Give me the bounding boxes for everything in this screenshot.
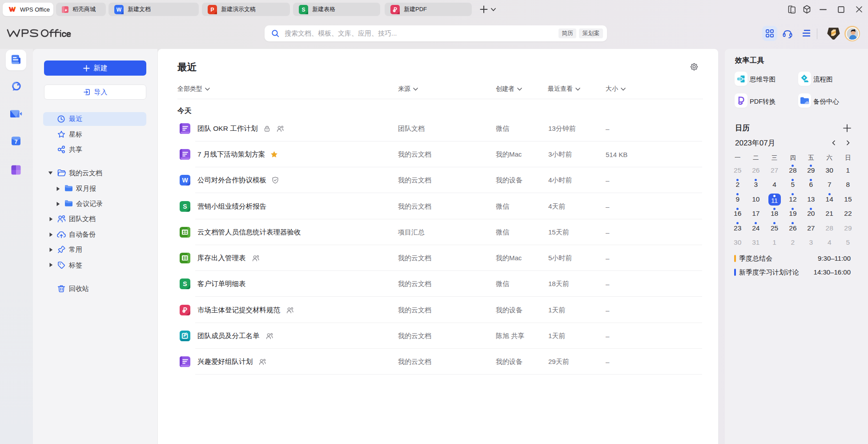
svg-text:S: S — [183, 280, 187, 287]
svg-text:W: W — [117, 7, 122, 13]
svg-text:S: S — [301, 7, 305, 13]
svg-text:P: P — [210, 7, 214, 13]
svg-text:S: S — [183, 203, 187, 210]
svg-text:W: W — [182, 177, 188, 184]
svg-text:7: 7 — [15, 139, 18, 145]
